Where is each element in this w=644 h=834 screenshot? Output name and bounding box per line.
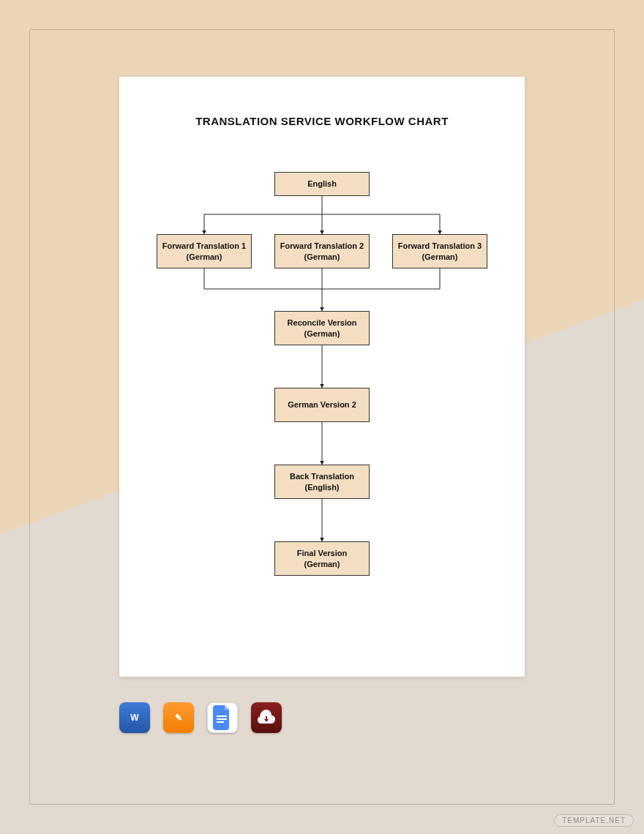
node-english: English <box>274 172 370 196</box>
svg-rect-15 <box>217 721 224 723</box>
page-title: TRANSLATION SERVICE WORKFLOW CHART <box>119 115 525 127</box>
word-icon[interactable]: W <box>119 702 150 733</box>
node-reconcile-version: Reconcile Version (German) <box>274 311 370 345</box>
pages-icon-label: ✎ <box>175 713 182 723</box>
node-final-version: Final Version (German) <box>274 541 370 576</box>
svg-rect-13 <box>217 715 227 717</box>
watermark: TEMPLATE.NET <box>554 814 634 827</box>
document-page: TRANSLATION SERVICE WORKFLOW CHART Engli… <box>119 77 525 677</box>
node-forward-translation-3: Forward Translation 3 (German) <box>392 234 487 268</box>
node-back-translation: Back Translation (English) <box>274 465 370 499</box>
node-german-version-2: German Version 2 <box>274 388 370 422</box>
pdf-svg <box>257 708 276 727</box>
node-forward-translation-1: Forward Translation 1 (German) <box>157 234 252 268</box>
format-icons-row: W ✎ <box>119 702 282 733</box>
google-docs-svg <box>213 705 232 730</box>
node-forward-translation-2: Forward Translation 2 (German) <box>274 234 370 268</box>
pages-icon[interactable]: ✎ <box>163 702 194 733</box>
word-icon-label: W <box>130 713 138 723</box>
flowchart-connectors <box>119 77 525 677</box>
pdf-icon[interactable] <box>251 702 282 733</box>
svg-rect-14 <box>217 718 227 720</box>
google-docs-icon[interactable] <box>207 702 238 733</box>
